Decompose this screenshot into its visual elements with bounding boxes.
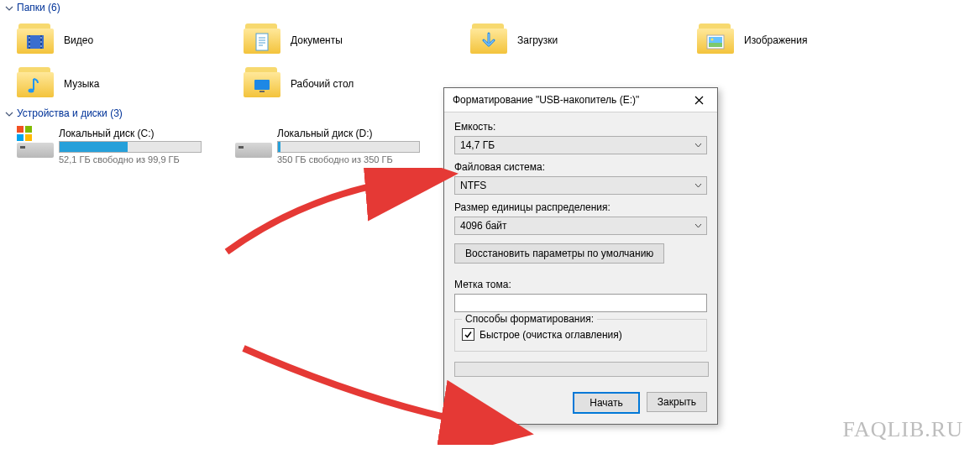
svg-rect-23 [17,134,24,141]
svg-point-7 [40,41,42,43]
label-filesystem: Файловая система: [454,161,707,173]
allocation-value: 4096 байт [460,220,507,232]
folder-label: Документы [291,34,343,46]
dropdown-arrow-icon [694,142,702,149]
folder-icon [244,23,284,57]
drive-item-c[interactable]: Локальный диск (C:) 52,1 ГБ свободно из … [0,124,218,168]
filesystem-value: NTFS [460,180,486,191]
windows-icon [17,126,32,141]
format-methods-group: Способы форматирования: Быстрое (очистка… [454,319,707,352]
svg-point-17 [711,39,714,41]
folder-label: Загрузки [517,34,558,46]
drive-icon [17,128,54,158]
groupbox-title: Способы форматирования: [462,313,597,325]
svg-rect-9 [256,34,268,50]
svg-rect-21 [17,126,24,133]
drive-usage-bar [277,141,420,153]
drive-free-text: 52,1 ГБ свободно из 99,9 ГБ [59,154,202,164]
folder-label: Рабочий стол [291,78,354,90]
watermark: FAQLIB.RU [842,417,963,442]
drive-usage-bar [59,141,202,153]
label-volume: Метка тома: [454,279,707,290]
drive-name: Локальный диск (D:) [277,128,420,139]
section-count: (3) [110,107,123,119]
folder-item-music[interactable]: Музыка [0,62,227,106]
folder-icon [244,67,284,101]
svg-point-5 [29,45,30,47]
svg-rect-19 [254,80,270,90]
picture-icon [705,32,726,52]
volume-label-input[interactable] [454,294,707,312]
svg-rect-20 [259,91,265,92]
restore-defaults-button[interactable]: Восстановить параметры по умолчанию [454,243,664,264]
filesystem-select[interactable]: NTFS [454,176,707,195]
folder-item-documents[interactable]: Документы [227,18,453,62]
svg-rect-16 [709,43,722,47]
document-icon [252,32,272,52]
capacity-select[interactable]: 14,7 ГБ [454,136,707,154]
svg-rect-22 [25,126,32,133]
folder-label: Видео [64,34,93,46]
video-icon [25,32,45,52]
folder-item-images[interactable]: Изображения [680,18,907,62]
svg-point-18 [29,89,34,93]
folder-icon [697,23,737,57]
close-icon [694,96,704,105]
label-capacity: Емкость: [454,121,707,133]
section-header-folders[interactable]: Папки (6) [0,0,980,18]
folder-icon [17,23,57,57]
section-title: Папки [17,2,45,13]
svg-rect-24 [25,134,32,141]
chevron-down-icon [5,3,13,12]
download-arrow-icon [479,32,499,52]
drive-item-d[interactable]: Локальный диск (D:) 350 ГБ свободно из 3… [218,124,437,168]
svg-point-3 [29,37,30,39]
folder-icon [470,23,511,57]
folder-label: Изображения [744,34,807,46]
music-note-icon [25,76,45,96]
quick-format-label: Быстрое (очистка оглавления) [480,329,622,341]
format-dialog: Форматирование "USB-накопитель (E:)" Емк… [443,87,718,425]
capacity-value: 14,7 ГБ [460,139,495,151]
allocation-select[interactable]: 4096 байт [454,217,707,235]
folder-item-video[interactable]: Видео [0,18,227,62]
svg-point-6 [40,37,42,39]
folder-item-desktop[interactable]: Рабочий стол [227,62,453,106]
folder-icon [17,67,57,101]
close-dialog-button[interactable]: Закрыть [647,392,707,412]
svg-rect-15 [709,37,722,43]
dialog-titlebar[interactable]: Форматирование "USB-накопитель (E:)" [444,88,717,112]
folder-label: Музыка [64,78,99,90]
dropdown-arrow-icon [694,222,702,230]
desktop-icon [252,76,272,96]
label-allocation: Размер единицы распределения: [454,201,707,213]
svg-point-4 [29,41,30,43]
quick-format-checkbox[interactable]: Быстрое (очистка оглавления) [462,328,700,341]
folder-item-downloads[interactable]: Загрузки [453,18,680,62]
section-title: Устройства и диски [17,107,107,119]
dropdown-arrow-icon [694,182,702,190]
chevron-down-icon [5,109,13,117]
close-button[interactable] [680,88,717,112]
annotation-arrow-icon [218,168,462,269]
drive-name: Локальный диск (C:) [59,128,202,139]
format-progress-bar [454,362,709,377]
section-count: (6) [48,2,60,13]
checkbox-icon [462,328,474,341]
drive-free-text: 350 ГБ свободно из 350 ГБ [277,154,420,164]
svg-point-8 [40,45,42,47]
dialog-title: Форматирование "USB-накопитель (E:)" [453,94,639,106]
drive-icon [235,128,272,158]
start-button[interactable]: Начать [573,392,640,414]
